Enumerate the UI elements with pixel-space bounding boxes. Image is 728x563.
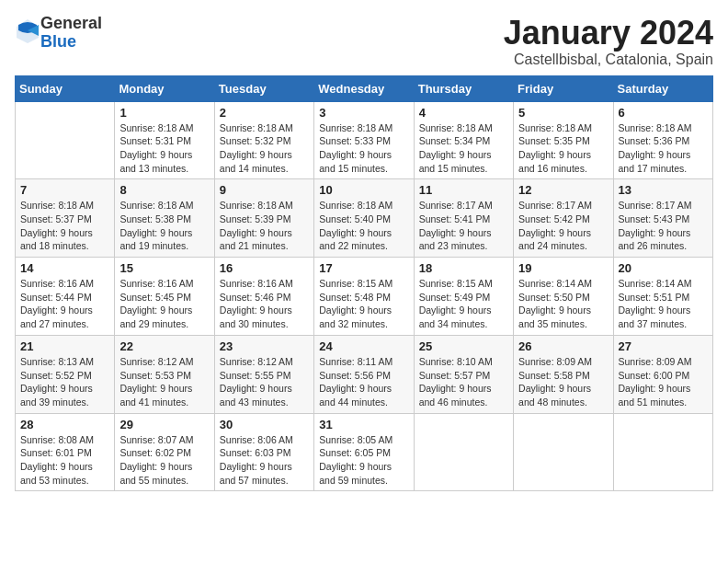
weekday-header-monday: Monday [115, 75, 214, 101]
header: General Blue January 2024 Castellbisbal,… [15, 15, 713, 68]
day-number: 27 [619, 339, 708, 353]
day-number: 25 [419, 339, 508, 353]
day-number: 18 [419, 261, 508, 275]
calendar-cell: 4Sunrise: 8:18 AMSunset: 5:34 PMDaylight… [414, 101, 513, 179]
day-number: 22 [119, 339, 209, 353]
calendar-cell: 10Sunrise: 8:18 AMSunset: 5:40 PMDayligh… [314, 179, 414, 258]
day-info: Sunrise: 8:09 AMSunset: 6:00 PMDaylight:… [619, 355, 708, 409]
day-info: Sunrise: 8:15 AMSunset: 5:49 PMDaylight:… [419, 277, 508, 331]
day-info: Sunrise: 8:16 AMSunset: 5:46 PMDaylight:… [220, 277, 309, 331]
day-number: 7 [20, 183, 109, 197]
calendar-cell: 24Sunrise: 8:11 AMSunset: 5:56 PMDayligh… [314, 335, 414, 413]
day-number: 26 [518, 339, 608, 353]
title-area: January 2024 Castellbisbal, Catalonia, S… [504, 15, 713, 68]
calendar-cell: 18Sunrise: 8:15 AMSunset: 5:49 PMDayligh… [414, 258, 513, 336]
day-info: Sunrise: 8:17 AMSunset: 5:41 PMDaylight:… [419, 199, 508, 253]
calendar-cell: 12Sunrise: 8:17 AMSunset: 5:42 PMDayligh… [514, 179, 613, 258]
day-info: Sunrise: 8:14 AMSunset: 5:51 PMDaylight:… [619, 277, 708, 331]
calendar-cell: 26Sunrise: 8:09 AMSunset: 5:58 PMDayligh… [514, 335, 613, 413]
day-number: 8 [119, 183, 209, 197]
day-info: Sunrise: 8:18 AMSunset: 5:35 PMDaylight:… [518, 121, 608, 176]
weekday-header-saturday: Saturday [613, 75, 712, 101]
day-info: Sunrise: 8:15 AMSunset: 5:48 PMDaylight:… [319, 277, 408, 331]
day-number: 4 [419, 106, 508, 120]
day-number: 12 [518, 183, 608, 197]
logo-blue: Blue [40, 33, 102, 52]
day-number: 20 [619, 261, 708, 275]
calendar-cell: 14Sunrise: 8:16 AMSunset: 5:44 PMDayligh… [16, 258, 115, 336]
day-number: 31 [319, 418, 408, 431]
calendar-cell: 9Sunrise: 8:18 AMSunset: 5:39 PMDaylight… [214, 179, 313, 258]
day-number: 28 [20, 418, 109, 431]
day-number: 29 [119, 418, 209, 431]
day-info: Sunrise: 8:18 AMSunset: 5:33 PMDaylight:… [319, 121, 408, 176]
calendar-week-1: 7Sunrise: 8:18 AMSunset: 5:37 PMDaylight… [16, 179, 713, 258]
calendar-cell: 8Sunrise: 8:18 AMSunset: 5:38 PMDaylight… [115, 179, 214, 258]
calendar-subtitle: Castellbisbal, Catalonia, Spain [504, 52, 713, 68]
day-info: Sunrise: 8:18 AMSunset: 5:34 PMDaylight:… [419, 121, 508, 176]
day-number: 1 [119, 106, 209, 120]
calendar-cell: 30Sunrise: 8:06 AMSunset: 6:03 PMDayligh… [214, 413, 313, 491]
logo: General Blue [15, 15, 102, 52]
calendar-cell [514, 413, 613, 491]
day-number: 13 [619, 183, 708, 197]
calendar-week-3: 21Sunrise: 8:13 AMSunset: 5:52 PMDayligh… [16, 335, 713, 413]
weekday-header-tuesday: Tuesday [214, 75, 313, 101]
day-number: 16 [220, 261, 309, 275]
calendar-cell: 11Sunrise: 8:17 AMSunset: 5:41 PMDayligh… [414, 179, 513, 258]
calendar-cell: 2Sunrise: 8:18 AMSunset: 5:32 PMDaylight… [214, 101, 313, 179]
weekday-header-friday: Friday [514, 75, 613, 101]
day-info: Sunrise: 8:12 AMSunset: 5:55 PMDaylight:… [220, 355, 309, 409]
calendar-body: 1Sunrise: 8:18 AMSunset: 5:31 PMDaylight… [16, 101, 713, 491]
calendar-title: January 2024 [504, 15, 713, 52]
calendar-week-2: 14Sunrise: 8:16 AMSunset: 5:44 PMDayligh… [16, 258, 713, 336]
calendar-cell: 23Sunrise: 8:12 AMSunset: 5:55 PMDayligh… [214, 335, 313, 413]
calendar-cell [613, 413, 712, 491]
day-info: Sunrise: 8:09 AMSunset: 5:58 PMDaylight:… [518, 355, 608, 409]
day-number: 6 [619, 106, 708, 120]
weekday-header-thursday: Thursday [414, 75, 513, 101]
calendar-cell: 31Sunrise: 8:05 AMSunset: 6:05 PMDayligh… [314, 413, 414, 491]
weekday-header-wednesday: Wednesday [314, 75, 414, 101]
day-info: Sunrise: 8:18 AMSunset: 5:39 PMDaylight:… [220, 199, 309, 253]
day-number: 21 [20, 339, 109, 353]
day-info: Sunrise: 8:18 AMSunset: 5:32 PMDaylight:… [220, 121, 309, 176]
calendar-cell: 28Sunrise: 8:08 AMSunset: 6:01 PMDayligh… [16, 413, 115, 491]
day-info: Sunrise: 8:17 AMSunset: 5:42 PMDaylight:… [518, 199, 608, 253]
logo-text: General Blue [40, 15, 102, 52]
day-number: 2 [220, 106, 309, 120]
calendar-week-0: 1Sunrise: 8:18 AMSunset: 5:31 PMDaylight… [16, 101, 713, 179]
day-info: Sunrise: 8:18 AMSunset: 5:31 PMDaylight:… [119, 121, 209, 176]
day-number: 23 [220, 339, 309, 353]
day-info: Sunrise: 8:11 AMSunset: 5:56 PMDaylight:… [319, 355, 408, 409]
day-info: Sunrise: 8:17 AMSunset: 5:43 PMDaylight:… [619, 199, 708, 253]
calendar-cell [16, 101, 115, 179]
day-number: 30 [220, 418, 309, 431]
day-number: 9 [220, 183, 309, 197]
day-info: Sunrise: 8:14 AMSunset: 5:50 PMDaylight:… [518, 277, 608, 331]
day-number: 14 [20, 261, 109, 275]
day-number: 3 [319, 106, 408, 120]
day-info: Sunrise: 8:08 AMSunset: 6:01 PMDaylight:… [20, 433, 109, 488]
calendar-cell: 29Sunrise: 8:07 AMSunset: 6:02 PMDayligh… [115, 413, 214, 491]
logo-general: General [40, 15, 102, 33]
day-number: 15 [119, 261, 209, 275]
day-info: Sunrise: 8:18 AMSunset: 5:37 PMDaylight:… [20, 199, 109, 253]
day-info: Sunrise: 8:10 AMSunset: 5:57 PMDaylight:… [419, 355, 508, 409]
day-info: Sunrise: 8:16 AMSunset: 5:45 PMDaylight:… [119, 277, 209, 331]
calendar-cell: 7Sunrise: 8:18 AMSunset: 5:37 PMDaylight… [16, 179, 115, 258]
day-info: Sunrise: 8:18 AMSunset: 5:40 PMDaylight:… [319, 199, 408, 253]
calendar-cell [414, 413, 513, 491]
day-info: Sunrise: 8:12 AMSunset: 5:53 PMDaylight:… [119, 355, 209, 409]
calendar-cell: 20Sunrise: 8:14 AMSunset: 5:51 PMDayligh… [613, 258, 712, 336]
calendar-cell: 21Sunrise: 8:13 AMSunset: 5:52 PMDayligh… [16, 335, 115, 413]
calendar-cell: 22Sunrise: 8:12 AMSunset: 5:53 PMDayligh… [115, 335, 214, 413]
calendar-week-4: 28Sunrise: 8:08 AMSunset: 6:01 PMDayligh… [16, 413, 713, 491]
calendar-table: SundayMondayTuesdayWednesdayThursdayFrid… [15, 75, 713, 492]
calendar-cell: 15Sunrise: 8:16 AMSunset: 5:45 PMDayligh… [115, 258, 214, 336]
calendar-cell: 1Sunrise: 8:18 AMSunset: 5:31 PMDaylight… [115, 101, 214, 179]
calendar-cell: 25Sunrise: 8:10 AMSunset: 5:57 PMDayligh… [414, 335, 513, 413]
calendar-cell: 17Sunrise: 8:15 AMSunset: 5:48 PMDayligh… [314, 258, 414, 336]
day-info: Sunrise: 8:05 AMSunset: 6:05 PMDaylight:… [319, 433, 408, 488]
calendar-cell: 19Sunrise: 8:14 AMSunset: 5:50 PMDayligh… [514, 258, 613, 336]
